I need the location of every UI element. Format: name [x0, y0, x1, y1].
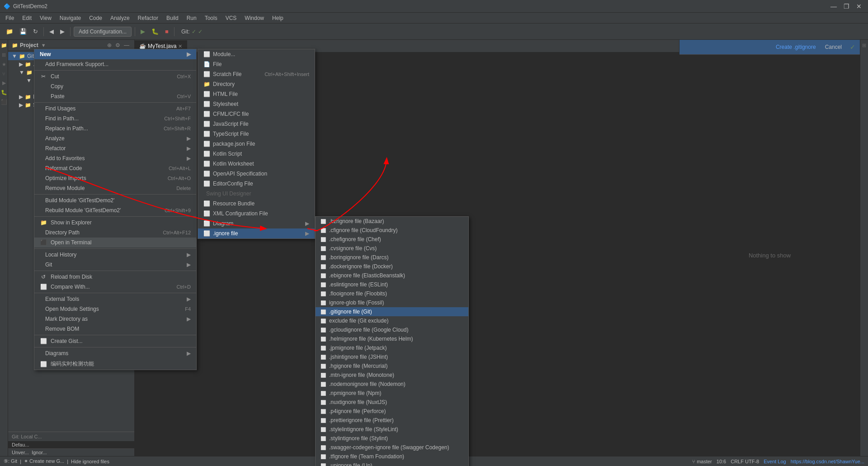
git-branch-label[interactable]: ⑨: Git: [4, 458, 17, 464]
ignore-chef[interactable]: ⬜ .chefignore file (Chef): [316, 235, 468, 244]
left-icon-project[interactable]: 📁: [0, 42, 8, 49]
ignore-monotone[interactable]: ⬜ .mtn-ignore file (Monotone): [316, 371, 468, 380]
ctx-dir-path[interactable]: Directory Path Ctrl+Alt+F12: [34, 228, 196, 238]
ctx-show-explorer[interactable]: 📁 Show in Explorer: [34, 218, 196, 228]
new-sub-editorconfig[interactable]: ⬜ EditorConfig File: [198, 179, 315, 189]
new-sub-directory[interactable]: 📁 Directory: [198, 79, 315, 89]
new-sub-html[interactable]: ⬜ HTML File: [198, 89, 315, 99]
event-log-link[interactable]: Event Log: [764, 459, 786, 464]
close-button[interactable]: ✕: [854, 2, 864, 11]
ctx-new-item[interactable]: New ▶: [34, 49, 196, 59]
toolbar-open-btn[interactable]: 📁: [4, 27, 15, 36]
ignore-jetpack[interactable]: ⬜ .jpmignore file (Jetpack): [316, 343, 468, 352]
ctx-refactor[interactable]: Refactor ▶: [34, 143, 196, 153]
menu-code[interactable]: Code: [85, 14, 106, 22]
ctx-copy[interactable]: Copy: [34, 81, 196, 91]
tab-close-icon[interactable]: ✕: [178, 43, 182, 49]
ctx-build-module[interactable]: Build Module 'GitTestDemo2': [34, 195, 196, 205]
ctx-cut[interactable]: ✂ Cut Ctrl+X: [34, 71, 196, 81]
ctx-rebuild-module[interactable]: Rebuild Module 'GitTestDemo2' Ctrl+Shift…: [34, 205, 196, 215]
panel-settings-btn[interactable]: ⚙: [114, 42, 122, 49]
ctx-external-tools[interactable]: External Tools ▶: [34, 294, 196, 304]
ctx-compare[interactable]: ⬜ Compare With... Ctrl+D: [34, 282, 196, 292]
toolbar-stop-btn[interactable]: ■: [163, 27, 171, 36]
new-sub-scratch[interactable]: ⬜ Scratch File Ctrl+Alt+Shift+Insert: [198, 69, 315, 79]
ignore-eslint[interactable]: ⬜ .eslintignore file (ESLint): [316, 280, 468, 289]
new-sub-kt-script[interactable]: ⬜ Kotlin Script: [198, 149, 315, 159]
ignore-docker[interactable]: ⬜ .dockerignore file (Docker): [316, 262, 468, 271]
ignore-fossil[interactable]: ⬜ ignore-glob file (Fossil): [316, 298, 468, 307]
ignore-git-exclude[interactable]: ⬜ exclude file (Git exclude): [316, 316, 468, 325]
ctx-add-favorites[interactable]: Add to Favorites ▶: [34, 153, 196, 163]
ignore-swagger[interactable]: ⬜ .swagger-codegen-ignore file (Swagger …: [316, 443, 468, 452]
left-icon-favorites[interactable]: ★: [1, 61, 7, 68]
ctx-mark-dir[interactable]: Mark Directory as ▶: [34, 314, 196, 324]
toolbar-back-btn[interactable]: ◀: [47, 27, 56, 36]
ctx-add-framework[interactable]: Add Framework Support...: [34, 59, 196, 69]
ignore-stylint[interactable]: ⬜ .stylintignore file (Stylint): [316, 434, 468, 443]
ctx-create-gist[interactable]: ⬜ Create Gist...: [34, 336, 196, 346]
ctx-remove-module[interactable]: Remove Module Delete: [34, 183, 196, 193]
branch-info[interactable]: ⑂ master: [692, 459, 712, 464]
menu-vcs[interactable]: VCS: [222, 14, 241, 22]
menu-run[interactable]: Run: [183, 14, 200, 22]
ignore-gcloud[interactable]: ⬜ .gcloudignore file (Google Cloud): [316, 325, 468, 334]
menu-view[interactable]: View: [36, 14, 55, 22]
toolbar-debug-btn[interactable]: 🐛: [149, 27, 161, 36]
ignore-mercurial[interactable]: ⬜ .hgignore file (Mercurial): [316, 361, 468, 371]
menu-file[interactable]: File: [2, 14, 18, 22]
ignore-darcs[interactable]: ⬜ .boringignore file (Darcs): [316, 253, 468, 262]
ignore-elastic[interactable]: ⬜ .ebignore file (ElasticBeanstalk): [316, 271, 468, 280]
title-bar-controls[interactable]: — ❐ ✕: [828, 2, 864, 11]
new-sub-cfml[interactable]: ⬜ CFML/CFC file: [198, 109, 315, 119]
ignore-nuxtjs[interactable]: ⬜ .nuxtignore file (NuxtJS): [316, 398, 468, 407]
new-sub-xml-config[interactable]: ⬜ XML Configuration File: [198, 209, 315, 219]
ignore-tfignore[interactable]: ⬜ .tfignore file (Team Foundation): [316, 452, 468, 461]
create-git-label[interactable]: ✶ Create new G...: [24, 458, 64, 464]
new-sub-module[interactable]: ⬜ Module...: [198, 49, 315, 59]
ctx-reload[interactable]: ↺ Reload from Disk: [34, 272, 196, 282]
panel-hide-btn[interactable]: —: [123, 42, 131, 49]
ctx-encoding-scan[interactable]: ⬜ 编码实时检测功能: [34, 358, 196, 370]
ignore-stylelint[interactable]: ⬜ .stylelintignore file (StyleLint): [316, 425, 468, 434]
ctx-find-usages[interactable]: Find Usages Alt+F7: [34, 104, 196, 114]
menu-edit[interactable]: Edit: [19, 14, 35, 22]
add-config-button[interactable]: Add Configuration...: [74, 27, 132, 37]
menu-help[interactable]: Help: [269, 14, 287, 22]
left-icon-debug[interactable]: 🐛: [0, 89, 8, 96]
ignore-npm[interactable]: ⬜ .npmignore file (Npm): [316, 389, 468, 398]
new-sub-js[interactable]: ⬜ JavaScript File: [198, 119, 315, 129]
new-sub-ts[interactable]: ⬜ TypeScript File: [198, 129, 315, 139]
ignore-up[interactable]: ⬜ .upignore file (Up): [316, 461, 468, 466]
url-label[interactable]: https://blog.csdn.net/ShawnYue...: [791, 459, 864, 464]
ignore-nodemon[interactable]: ⬜ .nodemonignore file (Nodemon): [316, 380, 468, 389]
menu-window[interactable]: Window: [241, 14, 268, 22]
toolbar-run-btn[interactable]: ▶: [138, 27, 147, 36]
new-sub-ignore[interactable]: ⬜ .ignore file ▶: [198, 228, 315, 238]
menu-build[interactable]: Build: [163, 14, 182, 22]
menu-refactor[interactable]: Refactor: [134, 14, 162, 22]
ctx-find-path[interactable]: Find in Path... Ctrl+Shift+F: [34, 114, 196, 124]
panel-locate-btn[interactable]: ⊕: [106, 42, 113, 49]
new-sub-diagram[interactable]: ⬜ Diagram ▶: [198, 219, 315, 228]
ctx-diagrams[interactable]: Diagrams ▶: [34, 348, 196, 358]
ignore-floobits[interactable]: ⬜ .flooignore file (Floobits): [316, 289, 468, 298]
minimize-button[interactable]: —: [828, 2, 839, 11]
ctx-module-settings[interactable]: Open Module Settings F4: [34, 304, 196, 314]
right-icon-1[interactable]: ⊞: [861, 42, 867, 49]
ctx-paste[interactable]: Paste Ctrl+V: [34, 91, 196, 101]
ctx-git[interactable]: Git ▶: [34, 260, 196, 270]
new-sub-file[interactable]: 📄 File: [198, 59, 315, 69]
ctx-optimize[interactable]: Optimize Imports Ctrl+Alt+O: [34, 173, 196, 183]
new-sub-pkg-json[interactable]: ⬜ package.json File: [198, 139, 315, 149]
ctx-remove-bom[interactable]: Remove BOM: [34, 324, 196, 334]
left-icon-structure[interactable]: ⊞: [1, 51, 7, 59]
panel-dropdown-icon[interactable]: ▼: [41, 43, 46, 48]
ignore-cf[interactable]: ⬜ .cfignore file (CloudFoundry): [316, 226, 468, 235]
ignore-perforce[interactable]: ⬜ .p4ignore file (Perforce): [316, 407, 468, 416]
toolbar-save-btn[interactable]: 💾: [17, 27, 29, 36]
ignore-bzr[interactable]: ⬜ .bzrignore file (Bazaar): [316, 217, 468, 226]
hide-ignored-label[interactable]: Hide ignored files: [71, 459, 109, 464]
new-sub-kt-worksheet[interactable]: ⬜ Kotlin Worksheet: [198, 159, 315, 169]
maximize-button[interactable]: ❐: [841, 2, 852, 11]
